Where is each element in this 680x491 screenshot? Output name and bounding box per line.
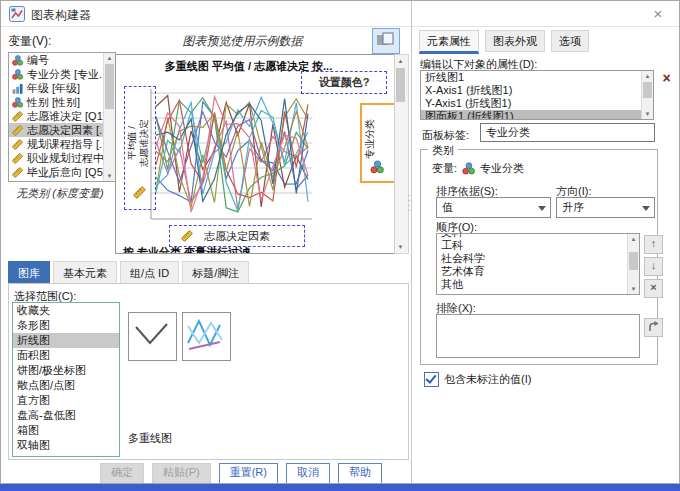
ordinal-icon: [11, 82, 24, 95]
delete-element-icon[interactable]: ×: [658, 70, 675, 87]
sort-by-select[interactable]: 值: [436, 197, 551, 218]
include-unlabeled-label: 包含未标注的值(I): [444, 372, 531, 387]
scroll-down-icon[interactable]: ▼: [104, 171, 115, 181]
properties-toggle-button[interactable]: [372, 28, 400, 54]
tab-group-point-id[interactable]: 组/点 ID: [120, 261, 179, 284]
order-list[interactable]: 文科 工科 社会科学 艺术体育 其他 ▲ ▼: [436, 233, 640, 295]
list-item[interactable]: 条形图: [13, 318, 119, 333]
panes-icon: [373, 29, 397, 51]
scroll-up-icon[interactable]: ▲: [628, 234, 639, 244]
help-button[interactable]: 帮助: [338, 463, 382, 484]
thumbnail-multiple-line[interactable]: [182, 312, 231, 361]
paste-button[interactable]: 粘贴(P): [152, 463, 211, 484]
scroll-thumb[interactable]: [105, 64, 114, 109]
scrollbar[interactable]: ▲ ▼: [103, 53, 115, 181]
tab-titles-footnotes[interactable]: 标题/脚注: [182, 261, 249, 284]
remove-category-button[interactable]: ×: [644, 279, 663, 298]
resize-grip-icon[interactable]: •••: [44, 172, 56, 182]
ok-button[interactable]: 确定: [100, 463, 144, 484]
list-item[interactable]: 收藏夹: [13, 303, 119, 318]
desktop-strip: [0, 484, 680, 491]
scrollbar[interactable]: ▲ ▼: [641, 71, 653, 119]
list-item[interactable]: 社会科学: [437, 252, 639, 265]
list-item[interactable]: 面积图: [13, 348, 119, 363]
scroll-down-icon[interactable]: ▼: [642, 109, 653, 119]
tab-basic-elements[interactable]: 基本元素: [53, 261, 117, 284]
list-item[interactable]: 双轴图: [13, 438, 119, 453]
list-item[interactable]: 箱图: [13, 423, 119, 438]
chevron-down-icon: [538, 206, 546, 211]
list-item[interactable]: 编号: [9, 53, 115, 67]
panel-label-input[interactable]: 专业分类: [480, 123, 655, 142]
scroll-thumb[interactable]: [396, 68, 405, 102]
scrollbar[interactable]: ▲ ▼: [627, 234, 639, 294]
variable-label: 变量:: [432, 161, 457, 176]
x-axis-label: 志愿决定因素: [170, 226, 304, 246]
panel-label: 面板标签:: [422, 128, 469, 143]
splitter-handle[interactable]: ····: [407, 193, 411, 213]
list-item[interactable]: 折线图1: [421, 71, 653, 84]
list-item[interactable]: Y-Axis1 (折线图1): [421, 97, 653, 110]
tab-chart-appearance[interactable]: 图表外观: [485, 30, 545, 52]
nominal-icon: [11, 96, 24, 109]
tab-gallery[interactable]: 图库: [8, 261, 50, 284]
nominal-icon: [369, 159, 385, 175]
list-item-selected[interactable]: 图面板1 (折线图1): [421, 110, 653, 120]
variable-line: 变量: 专业分类: [432, 161, 524, 176]
list-item[interactable]: X-Axis1 (折线图1): [421, 84, 653, 97]
scroll-down-icon[interactable]: ▼: [628, 284, 639, 294]
list-item[interactable]: 职业规划过程中...: [9, 151, 115, 165]
scroll-up-icon[interactable]: ▲: [642, 71, 653, 81]
list-item[interactable]: 散点图/点图: [13, 378, 119, 393]
x-axis-dropzone[interactable]: 志愿决定因素: [169, 225, 305, 247]
list-item[interactable]: 年级 [年级]: [9, 81, 115, 95]
chart-preview-canvas[interactable]: 多重线图 平均值 / 志愿谁决定 按... 设置颜色? 平均值 / 志愿谁决定 …: [115, 54, 396, 254]
list-item[interactable]: 规划课程指导 [...: [9, 137, 115, 151]
reset-button[interactable]: 重置(R): [219, 463, 278, 484]
list-item[interactable]: 毕业后意向 [Q5]: [9, 165, 115, 179]
panel-variable-zone[interactable]: 专业分类: [360, 103, 396, 183]
direction-select[interactable]: 升序: [556, 197, 655, 218]
move-down-button[interactable]: ↓: [644, 257, 663, 276]
tab-element-properties[interactable]: 元素属性: [419, 30, 479, 54]
y-axis-dropzone[interactable]: 平均值 / 志愿谁决定: [124, 86, 156, 210]
categories-group-title: 类别: [428, 143, 458, 158]
list-item[interactable]: 工科: [437, 239, 639, 252]
variables-label: 变量(V):: [8, 33, 51, 50]
y-axis-label: 平均值 / 志愿谁决定: [126, 88, 152, 198]
scale-icon: [11, 152, 24, 165]
list-item[interactable]: 直方图: [13, 393, 119, 408]
no-category-note: 无类别 (标度变量): [4, 186, 116, 201]
scroll-up-icon[interactable]: ▲: [395, 56, 406, 66]
thumbnail-simple-line[interactable]: [128, 312, 177, 361]
exclude-list[interactable]: [436, 314, 640, 358]
cancel-button[interactable]: 取消: [286, 463, 330, 484]
restore-category-button[interactable]: [644, 318, 663, 337]
title-bar: 图表构建器 ×: [1, 1, 679, 27]
scroll-up-icon[interactable]: ▲: [104, 53, 115, 63]
variables-list[interactable]: 编号 专业分类 [专业... 年级 [年级] 性别 [性别] 志愿谁决定 [Q1…: [8, 52, 116, 182]
scroll-thumb[interactable]: [629, 252, 638, 270]
chart-type-list[interactable]: 收藏夹 条形图 折线图 面积图 饼图/极坐标图 散点图/点图 直方图 盘高-盘低…: [12, 302, 120, 457]
list-item[interactable]: 盘高-盘低图: [13, 408, 119, 423]
list-item-selected[interactable]: 折线图: [13, 333, 119, 348]
scroll-down-icon[interactable]: ▼: [395, 242, 406, 252]
list-item[interactable]: 性别 [性别]: [9, 95, 115, 109]
list-item-selected[interactable]: 志愿决定因素 [...: [9, 123, 115, 137]
element-list[interactable]: 折线图1 X-Axis1 (折线图1) Y-Axis1 (折线图1) 图面板1 …: [420, 70, 654, 120]
tab-options[interactable]: 选项: [551, 30, 589, 52]
preview-header: 图表预览使用示例数据: [115, 33, 370, 50]
move-up-button[interactable]: ↑: [644, 235, 663, 254]
preview-scrollbar[interactable]: ▲ ▼: [394, 54, 409, 254]
scale-icon: [132, 185, 147, 200]
include-unlabeled-checkbox[interactable]: [424, 372, 439, 387]
list-item[interactable]: 饼图/极坐标图: [13, 363, 119, 378]
list-item[interactable]: 其他: [437, 278, 639, 291]
list-item[interactable]: 艺术体育: [437, 265, 639, 278]
list-item[interactable]: 志愿谁决定 [Q1]: [9, 109, 115, 123]
gallery-tabs: 图库 基本元素 组/点 ID 标题/脚注: [8, 261, 249, 284]
close-icon[interactable]: ×: [643, 3, 673, 24]
list-item[interactable]: 专业分类 [专业...: [9, 67, 115, 81]
nominal-icon: [461, 161, 476, 176]
scroll-thumb[interactable]: [643, 82, 652, 98]
